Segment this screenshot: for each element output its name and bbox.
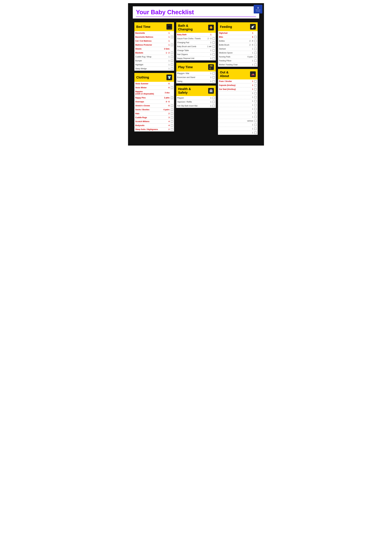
- feeding-item-2: Bibs 6: [218, 35, 258, 39]
- item-checkbox[interactable]: [171, 56, 173, 58]
- item-checkbox[interactable]: [171, 128, 173, 131]
- item-checkbox[interactable]: [255, 128, 257, 130]
- item-qty: 2 - 6: [246, 44, 253, 46]
- item-qty: 1: [204, 101, 211, 103]
- item-checkbox[interactable]: [255, 48, 257, 50]
- item-checkbox[interactable]: [171, 60, 173, 62]
- feeding-item-9: Mother' Feeding Chair 1: [218, 63, 258, 67]
- item-name: Sleep Suits / Nightgowns: [135, 128, 163, 131]
- clothing-icon: 👕: [166, 74, 172, 80]
- bedtime-title: Bed Time: [136, 25, 150, 29]
- item-checkbox[interactable]: [255, 104, 257, 106]
- item-name: Bodysuits: [135, 124, 163, 127]
- item-checkbox[interactable]: [213, 72, 215, 74]
- item-checkbox[interactable]: [255, 80, 257, 82]
- bedtime-item-3: Cot / Cot Mattress 1: [134, 39, 174, 43]
- playtime-item-2: Excerciser and Stand 1: [176, 75, 216, 80]
- item-checkbox[interactable]: [213, 80, 215, 82]
- playtime-header: Play Time ABC: [176, 63, 216, 72]
- bedtime-item-7: Cuddle Rug / Wrap 1: [134, 55, 174, 59]
- health-header: Health &Safety 🏥: [176, 86, 216, 96]
- bedtime-item-4: Mattress Protector 1: [134, 43, 174, 47]
- item-checkbox[interactable]: [171, 124, 173, 127]
- outabout-item-9: 1: [218, 111, 258, 115]
- item-checkbox[interactable]: [213, 41, 215, 44]
- item-checkbox[interactable]: [255, 36, 257, 38]
- item-name: Bumper: [135, 60, 163, 62]
- item-checkbox[interactable]: [255, 112, 257, 114]
- item-name: Pram / Stroller: [219, 80, 246, 82]
- bath-item-6: Nail Clippers 1: [176, 52, 216, 57]
- item-checkbox[interactable]: [213, 53, 215, 56]
- item-checkbox[interactable]: [255, 52, 257, 54]
- item-checkbox[interactable]: [255, 44, 257, 46]
- item-qty: 1: [204, 53, 211, 56]
- item-checkbox[interactable]: [255, 124, 257, 126]
- item-checkbox[interactable]: [171, 112, 173, 115]
- item-checkbox[interactable]: [171, 36, 173, 38]
- clothing-item-10: Scratch Mittens 4: [134, 120, 174, 124]
- item-name: Baby Brush and Comb: [177, 45, 204, 48]
- item-checkbox[interactable]: [255, 100, 257, 102]
- item-name: Mattress Protector: [135, 44, 163, 46]
- item-name: Bottle Brush: [219, 44, 246, 46]
- item-checkbox[interactable]: [213, 101, 215, 103]
- item-checkbox[interactable]: [255, 116, 257, 118]
- item-checkbox[interactable]: [255, 92, 257, 94]
- item-checkbox[interactable]: [171, 109, 173, 111]
- item-qty: 3 doz: [163, 92, 170, 94]
- item-checkbox[interactable]: [171, 105, 173, 107]
- item-checkbox[interactable]: [255, 88, 257, 90]
- item-qty: 6: [163, 87, 170, 89]
- item-checkbox[interactable]: [255, 40, 257, 42]
- health-icon: 🏥: [208, 88, 214, 94]
- item-qty: 1: [204, 105, 211, 107]
- item-checkbox[interactable]: [255, 64, 257, 66]
- bedtime-item-6: Blankets 1 - 2: [134, 51, 174, 55]
- item-checkbox[interactable]: [171, 44, 173, 46]
- item-checkbox[interactable]: [171, 64, 173, 66]
- item-checkbox[interactable]: [255, 60, 257, 62]
- item-checkbox[interactable]: [255, 84, 257, 86]
- bath-icon: 🐥: [208, 25, 214, 30]
- bedtime-item-9: Nightlight 1: [134, 63, 174, 67]
- item-checkbox[interactable]: [255, 108, 257, 110]
- item-name: Change Table: [177, 49, 204, 51]
- item-name: Swing: [177, 80, 204, 82]
- item-qty: 1: [246, 80, 253, 82]
- item-name: Nail Clippers: [177, 53, 204, 56]
- item-name: Scratch Mittens: [135, 120, 163, 123]
- item-name: Feeding Pillow: [219, 60, 246, 62]
- playtime-section: Play Time ABC Playgym / Mat 1 Excerciser…: [176, 63, 216, 83]
- item-checkbox[interactable]: [213, 57, 215, 59]
- item-checkbox[interactable]: [213, 49, 215, 51]
- item-qty: 1: [246, 84, 253, 86]
- item-qty: 1: [246, 48, 253, 50]
- item-checkbox[interactable]: [213, 105, 215, 107]
- feeding-section: Feeding 🍼 Highchair 1 Bibs 6 Bottles 2 -…: [218, 22, 258, 67]
- feeding-header: Feeding 🍼: [218, 22, 258, 31]
- playtime-title: Play Time: [178, 65, 193, 69]
- item-qty: 1: [204, 72, 211, 74]
- item-name: Bassinette Mattress: [135, 36, 163, 38]
- item-checkbox[interactable]: [213, 97, 215, 99]
- item-checkbox[interactable]: [171, 52, 173, 54]
- item-checkbox[interactable]: [213, 76, 215, 79]
- item-checkbox[interactable]: [255, 56, 257, 58]
- item-checkbox[interactable]: [255, 96, 257, 98]
- item-qty: 2 - 3: [204, 37, 211, 40]
- item-checkbox[interactable]: [171, 87, 173, 89]
- playtime-icon: ABC: [208, 64, 214, 70]
- bath-item-1: Baby Bath 1: [176, 33, 216, 37]
- bath-header: Bath &Changing 🐥: [176, 22, 216, 33]
- item-checkbox[interactable]: [171, 117, 173, 119]
- item-checkbox[interactable]: [171, 97, 173, 99]
- item-checkbox[interactable]: [213, 37, 215, 40]
- item-checkbox[interactable]: [171, 120, 173, 123]
- health-section: Health &Safety 🏥 Playpen 1 Vaporizer / R…: [176, 86, 216, 108]
- feeding-item-6: Medicine Spoon 1: [218, 51, 258, 55]
- item-checkbox[interactable]: [255, 132, 257, 134]
- item-checkbox[interactable]: [213, 45, 215, 48]
- item-checkbox[interactable]: [255, 120, 257, 122]
- item-checkbox[interactable]: [171, 67, 173, 70]
